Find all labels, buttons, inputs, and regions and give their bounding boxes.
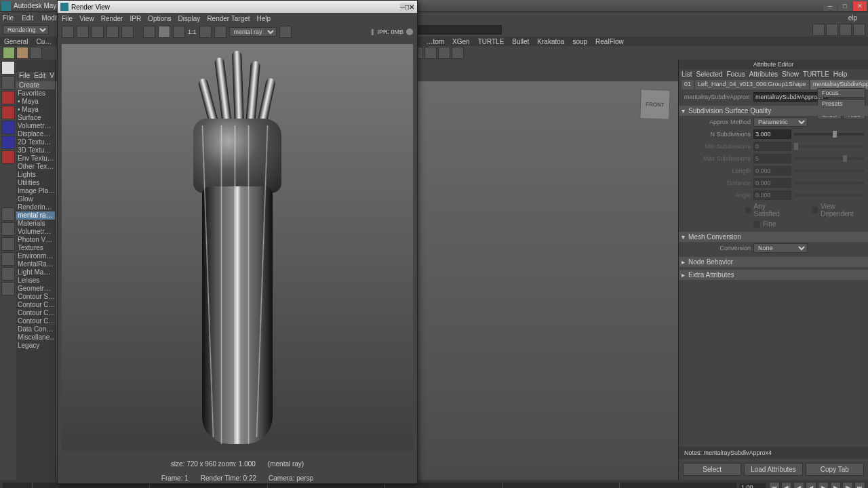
soft-select[interactable] [1,150,15,164]
rv-titlebar[interactable]: Render View ─ □ ✕ [58,1,417,13]
rv-renderer-select[interactable]: mental ray [229,27,277,37]
focus-button[interactable]: Focus [817,88,865,98]
sec-extra-attributes[interactable]: Extra Attributes [679,270,868,280]
outliner-item[interactable]: Env Textu… [16,155,55,163]
sec-node-behavior[interactable]: Node Behavior [679,257,868,267]
shelf-tab-realflow[interactable]: RealFlow [595,38,624,45]
ae-menu-help[interactable]: Help [833,70,848,78]
ae-menu-list[interactable]: List [682,70,692,78]
ae-menu-turtle[interactable]: TURTLE [803,70,829,78]
outliner-item[interactable]: Contour S… [16,293,55,301]
outliner-item[interactable]: Image Pla… [16,187,55,195]
load-attributes-button[interactable]: Load Attributes [744,463,802,476]
outliner-item[interactable]: Contour C… [16,309,55,317]
n-subdiv-slider[interactable] [794,133,864,136]
outliner-item[interactable]: Lenses [16,277,55,285]
layout-btn2[interactable] [826,24,838,36]
outliner-item[interactable]: Lights [16,171,55,179]
move-tool[interactable] [1,91,15,104]
outliner-item[interactable]: Utilities [16,179,55,187]
select-button[interactable]: Select [683,463,741,476]
outliner-item[interactable]: Data Con… [16,325,55,333]
universal-tool[interactable] [1,136,15,149]
rotate-tool[interactable] [1,106,15,119]
rv-alpha-channel[interactable] [173,26,185,38]
shelf-tab-general[interactable]: General [4,38,28,45]
shelf-icon[interactable] [16,47,28,59]
mode-dropdown[interactable]: Rendering [3,25,49,35]
rv-menu-display[interactable]: Display [178,15,201,22]
outliner-item[interactable]: Light Ma… [16,268,55,277]
outliner-item[interactable]: 3D Textu… [16,146,55,155]
ae-menu-show[interactable]: Show [782,70,799,78]
shelf-tab-krakatoa[interactable]: Krakatoa [537,38,564,45]
shelf-tab-soup[interactable]: soup [572,38,587,45]
n-subdiv-field[interactable] [753,129,791,139]
sec-subdiv-quality[interactable]: Subdivision Surface Quality [679,106,868,116]
layout-four[interactable] [1,222,15,236]
rv-menu-file[interactable]: File [62,15,73,22]
outliner-item[interactable]: MentalRa… [16,260,55,268]
outliner-item[interactable]: Surface [16,114,55,122]
shelf-icon[interactable] [452,47,464,59]
outliner-item[interactable]: Displace… [16,130,55,138]
approx-method-select[interactable]: Parametric [753,117,808,127]
outliner-item[interactable]: Miscellane… [16,333,55,342]
conversion-select[interactable]: None [753,243,808,253]
select-tool[interactable] [1,61,15,75]
shelf-icon[interactable] [425,47,437,59]
lasso-tool[interactable] [1,76,15,89]
shelf-tab-tom[interactable]: …tom [426,38,444,45]
ae-tab-shape[interactable]: Left_Hand_04_v013_006:Group1Shape [695,80,809,89]
goto-end[interactable]: ⏭ [854,482,865,488]
minimize-button[interactable]: ─ [823,1,837,11]
rv-rgb-channel[interactable] [158,26,170,38]
shelf-icon[interactable] [30,47,42,59]
outliner-item[interactable]: Textures [16,244,55,252]
rv-menu-options[interactable]: Options [148,15,171,22]
menu-help[interactable]: elp [848,14,857,22]
ae-menu-selected[interactable]: Selected [696,70,723,78]
notes-field[interactable]: Notes: mentalraySubdivApprox4 [679,447,868,459]
outliner-item[interactable]: 2D Textu… [16,138,55,146]
rv-menu-help[interactable]: Help [257,15,271,22]
close-button[interactable]: ✕ [853,1,867,11]
shelf-tab-curves[interactable]: Cu… [37,38,52,45]
sec-mesh-conversion[interactable]: Mesh Conversion [679,232,868,242]
outliner-item[interactable]: Glow [16,195,55,203]
outliner-item[interactable]: • Maya [16,106,55,114]
outliner-item[interactable]: Legacy [16,342,55,350]
step-forward-key[interactable]: |▶ [842,482,853,488]
ae-tab[interactable]: 01 [682,80,694,89]
outliner-item[interactable]: Environm… [16,252,55,260]
shelf-tab-xgen[interactable]: XGen [452,38,470,45]
layout-btn3[interactable] [840,24,852,36]
rv-redo-render[interactable] [62,26,74,38]
rv-render-canvas[interactable] [62,44,413,451]
rv-refresh[interactable] [121,26,134,38]
ae-menu-attributes[interactable]: Attributes [749,70,778,78]
current-time-field[interactable] [739,483,766,488]
outliner-item[interactable]: mental ra… [16,211,55,220]
rv-menu-ipr[interactable]: IPR [130,15,141,22]
layout-two-stack[interactable] [1,252,15,266]
rv-menu-target[interactable]: Render Target [207,15,250,22]
copy-tab-button[interactable]: Copy Tab [806,463,864,476]
rv-render-region[interactable] [77,26,89,38]
shelf-tab-bullet[interactable]: Bullet [512,38,529,45]
rv-menu-view[interactable]: View [79,15,94,22]
outliner-item[interactable]: Photon V… [16,236,55,244]
outliner-item[interactable]: Other Tex… [16,163,55,171]
step-back[interactable]: ◀ [793,482,804,488]
shelf-tab-turtle[interactable]: TURTLE [478,38,505,45]
goto-start[interactable]: ⏮ [769,482,780,488]
layout-persp[interactable] [1,267,15,281]
rv-snapshot[interactable] [92,26,104,38]
view-cube[interactable]: FRONT [639,89,671,120]
shelf-icon[interactable] [438,47,450,59]
outliner-item[interactable]: Volumetr… [16,228,55,236]
outliner-item[interactable]: Contour C… [16,301,55,309]
maximize-button[interactable]: □ [838,1,852,11]
step-forward[interactable]: ▶ [830,482,841,488]
layout-btn4[interactable] [853,24,865,36]
